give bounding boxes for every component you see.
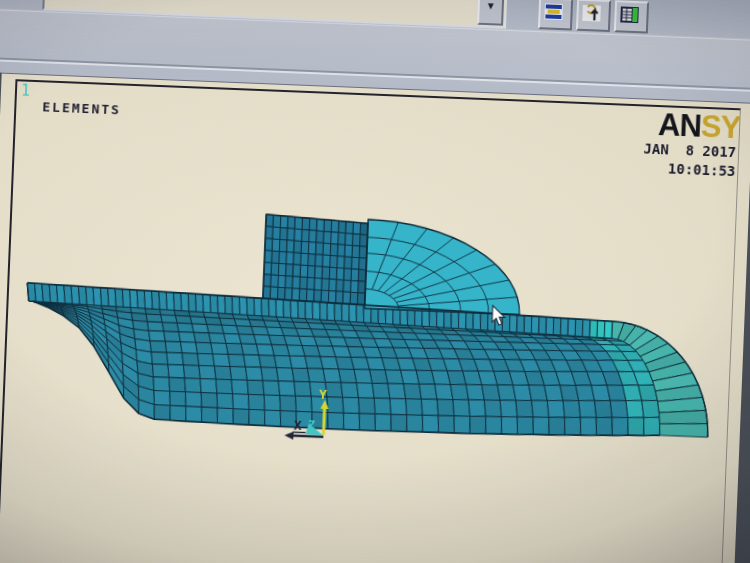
- y-axis-label: Y: [319, 387, 328, 402]
- mesh-canvas[interactable]: Y X Z: [0, 74, 750, 563]
- stacked-bars-icon: [543, 2, 564, 21]
- x-axis-label: X: [294, 418, 303, 433]
- chevron-down-icon[interactable]: ▼: [477, 0, 504, 26]
- monitor-photo: ▼: [0, 0, 750, 563]
- x-axis-arrowhead: [284, 431, 293, 439]
- stacked-bars-button[interactable]: [538, 0, 573, 30]
- ansys-screen: ▼: [0, 0, 750, 563]
- graphics-window[interactable]: 1 ELEMENTS ANSYS JAN 8 201710:01:53 Y X: [0, 73, 750, 563]
- curved-up-arrow-button[interactable]: [576, 0, 611, 32]
- panel-grid-icon: [619, 5, 640, 24]
- mesh-elements: [22, 205, 716, 444]
- panel-grid-button[interactable]: [614, 0, 649, 33]
- curved-up-arrow-icon: [581, 4, 602, 23]
- z-axis-label: Z: [308, 418, 316, 432]
- x-label-underline: [293, 432, 306, 433]
- y-axis-arrow: [323, 407, 324, 435]
